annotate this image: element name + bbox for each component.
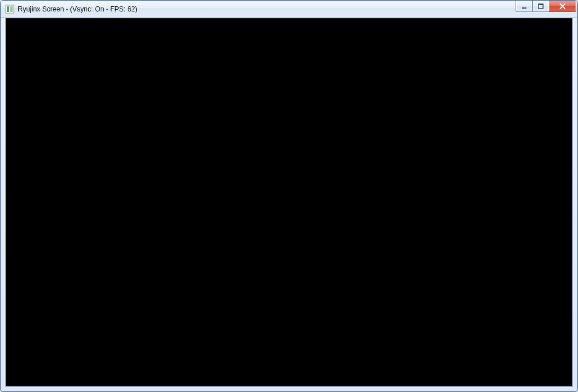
window-controls [516, 1, 576, 17]
minimize-icon [521, 3, 528, 10]
svg-rect-1 [7, 6, 9, 12]
render-viewport[interactable] [5, 18, 573, 387]
svg-rect-3 [522, 7, 526, 9]
svg-rect-5 [538, 4, 543, 5]
minimize-button[interactable] [516, 1, 532, 12]
svg-rect-2 [10, 6, 13, 12]
maximize-button[interactable] [532, 1, 549, 12]
titlebar[interactable]: Ryujinx Screen - (Vsync: On - FPS: 62) [1, 1, 577, 18]
window-title: Ryujinx Screen - (Vsync: On - FPS: 62) [18, 5, 516, 13]
render-surface [6, 18, 572, 386]
close-button[interactable] [549, 1, 576, 12]
app-icon [5, 5, 14, 14]
close-icon [559, 3, 567, 10]
maximize-icon [537, 3, 544, 10]
application-window: Ryujinx Screen - (Vsync: On - FPS: 62) [0, 0, 578, 392]
